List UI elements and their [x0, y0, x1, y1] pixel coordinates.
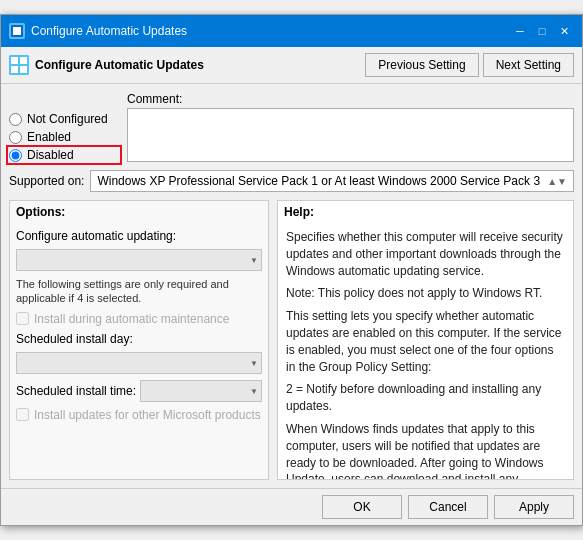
- apply-button[interactable]: Apply: [494, 495, 574, 519]
- scheduled-time-row: Scheduled install time:: [16, 380, 262, 402]
- radio-group: Not Configured Enabled Disabled: [9, 92, 119, 162]
- title-bar-controls: ─ □ ✕: [510, 21, 574, 41]
- other-products-checkbox[interactable]: [16, 408, 29, 421]
- radio-not-configured-input[interactable]: [9, 113, 22, 126]
- title-bar-left: Configure Automatic Updates: [9, 23, 187, 39]
- help-title: Help:: [278, 201, 573, 223]
- close-button[interactable]: ✕: [554, 21, 574, 41]
- other-products-item: Install updates for other Microsoft prod…: [16, 408, 262, 422]
- supported-label: Supported on:: [9, 174, 84, 188]
- comment-section: Comment:: [127, 92, 574, 162]
- radio-enabled-label: Enabled: [27, 130, 71, 144]
- prev-setting-button[interactable]: Previous Setting: [365, 53, 478, 77]
- svg-rect-9: [20, 66, 27, 73]
- svg-rect-6: [11, 57, 18, 64]
- comment-textarea[interactable]: [127, 108, 574, 162]
- options-content: Configure automatic updating: The follow…: [10, 223, 268, 479]
- options-title: Options:: [10, 201, 268, 223]
- install-maintenance-checkbox[interactable]: [16, 312, 29, 325]
- supported-row: Supported on: Windows XP Professional Se…: [9, 170, 574, 192]
- radio-not-configured[interactable]: Not Configured: [9, 112, 119, 126]
- window-title: Configure Automatic Updates: [31, 24, 187, 38]
- other-products-label: Install updates for other Microsoft prod…: [34, 408, 261, 422]
- help-content[interactable]: Specifies whether this computer will rec…: [278, 223, 573, 479]
- option-note: The following settings are only required…: [16, 277, 262, 306]
- toolbar: Configure Automatic Updates Previous Set…: [1, 47, 582, 84]
- ok-button[interactable]: OK: [322, 495, 402, 519]
- help-p4: 2 = Notify before downloading and instal…: [286, 381, 565, 415]
- toolbar-icon: [9, 55, 29, 75]
- radio-not-configured-label: Not Configured: [27, 112, 108, 126]
- radio-enabled-input[interactable]: [9, 131, 22, 144]
- scheduled-day-select[interactable]: [16, 352, 262, 374]
- radio-disabled[interactable]: Disabled: [9, 148, 119, 162]
- radio-disabled-input[interactable]: [9, 149, 22, 162]
- comment-label: Comment:: [127, 92, 574, 106]
- minimize-button[interactable]: ─: [510, 21, 530, 41]
- title-bar: Configure Automatic Updates ─ □ ✕: [1, 15, 582, 47]
- content-area: Not Configured Enabled Disabled Comment:…: [1, 84, 582, 488]
- configure-select[interactable]: [16, 249, 262, 271]
- toolbar-title: Configure Automatic Updates: [35, 58, 359, 72]
- svg-rect-3: [13, 31, 17, 35]
- scheduled-time-select[interactable]: [140, 380, 262, 402]
- svg-rect-2: [17, 27, 21, 31]
- svg-rect-1: [13, 27, 17, 31]
- scheduled-day-wrapper: [16, 352, 262, 374]
- cancel-button[interactable]: Cancel: [408, 495, 488, 519]
- help-p3: This setting lets you specify whether au…: [286, 308, 565, 375]
- footer: OK Cancel Apply: [1, 488, 582, 525]
- radio-enabled[interactable]: Enabled: [9, 130, 119, 144]
- next-setting-button[interactable]: Next Setting: [483, 53, 574, 77]
- help-panel: Help: Specifies whether this computer wi…: [277, 200, 574, 480]
- help-p2: Note: This policy does not apply to Wind…: [286, 285, 565, 302]
- window-icon: [9, 23, 25, 39]
- top-section: Not Configured Enabled Disabled Comment:: [9, 92, 574, 162]
- scheduled-day-label: Scheduled install day:: [16, 332, 262, 346]
- options-panel: Options: Configure automatic updating: T…: [9, 200, 269, 480]
- install-maintenance-item: Install during automatic maintenance: [16, 312, 262, 326]
- maximize-button[interactable]: □: [532, 21, 552, 41]
- help-p5: When Windows finds updates that apply to…: [286, 421, 565, 479]
- svg-rect-8: [11, 66, 18, 73]
- svg-rect-7: [20, 57, 27, 64]
- toolbar-buttons: Previous Setting Next Setting: [365, 53, 574, 77]
- configure-label: Configure automatic updating:: [16, 229, 262, 243]
- install-maintenance-label: Install during automatic maintenance: [34, 312, 229, 326]
- configure-select-wrapper: [16, 249, 262, 271]
- radio-disabled-label: Disabled: [27, 148, 74, 162]
- svg-rect-4: [17, 31, 21, 35]
- supported-value: Windows XP Professional Service Pack 1 o…: [90, 170, 574, 192]
- main-window: Configure Automatic Updates ─ □ ✕ Config…: [0, 14, 583, 526]
- scheduled-time-wrapper: [140, 380, 262, 402]
- bottom-section: Options: Configure automatic updating: T…: [9, 200, 574, 480]
- scheduled-time-label: Scheduled install time:: [16, 384, 136, 398]
- help-p1: Specifies whether this computer will rec…: [286, 229, 565, 279]
